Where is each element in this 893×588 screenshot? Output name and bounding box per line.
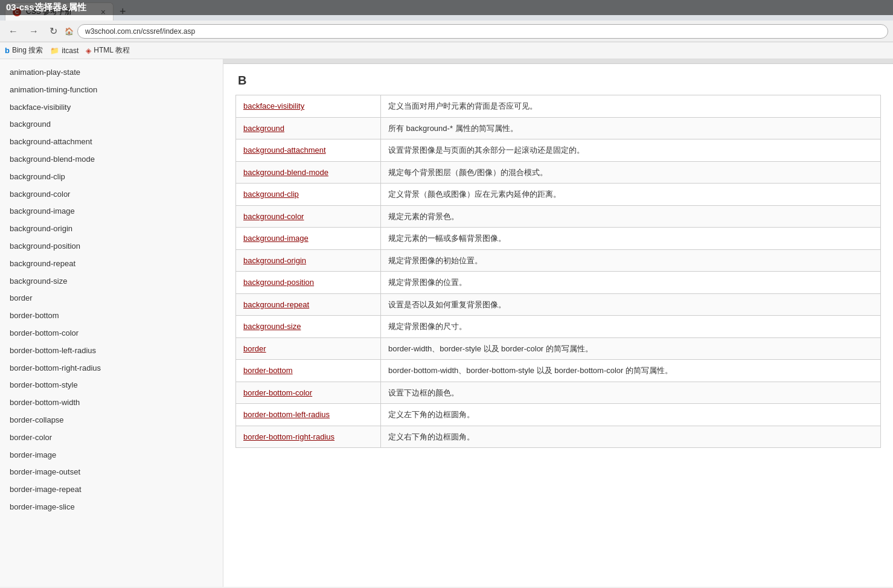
property-link-cell[interactable]: background-origin [236, 249, 381, 272]
property-description: 规定背景图像的位置。 [381, 272, 881, 294]
sidebar-item[interactable]: border-color [0, 429, 223, 447]
reference-table: backface-visibility 定义当面对用户时元素的背面是否应可见。 … [235, 95, 881, 448]
property-link-cell[interactable]: backface-visibility [236, 95, 381, 118]
property-link-cell[interactable]: border-bottom-color [236, 382, 381, 404]
sidebar-item[interactable]: border [0, 290, 223, 307]
content-area: B backface-visibility 定义当面对用户时元素的背面是否应可见… [223, 59, 893, 587]
property-link[interactable]: border-bottom-left-radius [243, 410, 330, 419]
sidebar-item[interactable]: border-image-outset [0, 464, 223, 481]
sidebar-item[interactable]: background-image [0, 203, 223, 220]
property-link[interactable]: border-bottom [243, 366, 293, 375]
bing-icon: b [5, 46, 10, 55]
property-description: 规定元素的背景色。 [381, 205, 881, 228]
table-row: background-image 规定元素的一幅或多幅背景图像。 [236, 228, 881, 250]
section-header: B [235, 74, 881, 88]
sidebar-item[interactable]: border-bottom-color [0, 325, 223, 342]
sidebar-item[interactable]: border-image-slice [0, 499, 223, 516]
bookmark-bing[interactable]: b Bing 搜索 [5, 45, 43, 56]
home-icon: 🏠 [65, 27, 74, 36]
property-description: 设置背景图像是与页面的其余部分一起滚动还是固定的。 [381, 139, 881, 162]
table-row: backface-visibility 定义当面对用户时元素的背面是否应可见。 [236, 95, 881, 118]
property-link-cell[interactable]: background-color [236, 205, 381, 228]
property-description: 设置是否以及如何重复背景图像。 [381, 293, 881, 316]
sidebar-item[interactable]: background-blend-mode [0, 151, 223, 168]
table-row: background-origin 规定背景图像的初始位置。 [236, 249, 881, 272]
sidebar-item[interactable]: border-bottom-style [0, 377, 223, 394]
table-row: background-clip 定义背景（颜色或图像）应在元素内延伸的距离。 [236, 184, 881, 206]
property-link-cell[interactable]: border-bottom-right-radius [236, 426, 381, 448]
property-description: border-bottom-width、border-bottom-style … [381, 360, 881, 382]
property-link[interactable]: backface-visibility [243, 101, 304, 110]
sidebar-item[interactable]: border-image [0, 447, 223, 464]
property-description: 规定元素的一幅或多幅背景图像。 [381, 228, 881, 250]
property-link-cell[interactable]: background-position [236, 272, 381, 294]
table-row: background-attachment 设置背景图像是与页面的其余部分一起滚… [236, 139, 881, 162]
table-row: background-color 规定元素的背景色。 [236, 205, 881, 228]
property-link-cell[interactable]: background-size [236, 316, 381, 338]
property-link[interactable]: background-repeat [243, 300, 309, 309]
sidebar-item[interactable]: border-collapse [0, 412, 223, 429]
sidebar-item[interactable]: background-attachment [0, 133, 223, 151]
sidebar-item[interactable]: background-origin [0, 220, 223, 238]
property-link[interactable]: background-size [243, 322, 301, 331]
property-link[interactable]: background [243, 124, 284, 133]
sidebar-item[interactable]: border-bottom-right-radius [0, 360, 223, 377]
nav-bar: ← → ↻ 🏠 [0, 21, 893, 42]
sidebar-item[interactable]: animation-play-state [0, 64, 223, 81]
tab-bar: 03-css选择器&属性 C CSS 参考手册 × + [0, 0, 893, 21]
property-description: 所有 background-* 属性的简写属性。 [381, 117, 881, 139]
property-link[interactable]: background-clip [243, 190, 299, 199]
property-link[interactable]: border-bottom-color [243, 388, 312, 397]
property-description: 定义右下角的边框圆角。 [381, 426, 881, 448]
sidebar-item[interactable]: backface-visibility [0, 99, 223, 117]
sidebar-item[interactable]: background-size [0, 273, 223, 290]
back-button[interactable]: ← [5, 25, 22, 38]
property-description: 规定背景图像的尺寸。 [381, 316, 881, 338]
sidebar-item[interactable]: background [0, 116, 223, 133]
bookmark-itcast[interactable]: 📁 itcast [50, 46, 78, 55]
property-link[interactable]: background-origin [243, 256, 306, 265]
property-link[interactable]: background-position [243, 278, 314, 287]
property-link-cell[interactable]: background-repeat [236, 293, 381, 316]
property-link-cell[interactable]: background [236, 117, 381, 139]
property-link-cell[interactable]: border-bottom [236, 360, 381, 382]
table-row: background-repeat 设置是否以及如何重复背景图像。 [236, 293, 881, 316]
forward-button[interactable]: → [25, 25, 42, 38]
browser-window: 03-css选择器&属性 C CSS 参考手册 × + ← → ↻ 🏠 b Bi… [0, 0, 893, 587]
table-row: border-bottom-left-radius 定义左下角的边框圆角。 [236, 404, 881, 426]
table-row: background 所有 background-* 属性的简写属性。 [236, 117, 881, 139]
bookmark-html-label: HTML 教程 [94, 45, 130, 56]
property-link-cell[interactable]: background-clip [236, 184, 381, 206]
property-link[interactable]: background-attachment [243, 145, 326, 155]
sidebar-item[interactable]: border-bottom [0, 307, 223, 325]
sidebar-item[interactable]: background-clip [0, 168, 223, 186]
property-link-cell[interactable]: background-blend-mode [236, 161, 381, 184]
table-row: background-position 规定背景图像的位置。 [236, 272, 881, 294]
property-description: 规定每个背景图层（颜色/图像）的混合模式。 [381, 161, 881, 184]
sidebar-item[interactable]: border-bottom-width [0, 394, 223, 412]
property-link[interactable]: border [243, 344, 266, 353]
sidebar-item[interactable]: border-image-repeat [0, 481, 223, 499]
property-description: border-width、border-style 以及 border-colo… [381, 337, 881, 360]
property-link[interactable]: background-blend-mode [243, 168, 328, 177]
property-link[interactable]: background-image [243, 234, 309, 243]
property-link-cell[interactable]: background-image [236, 228, 381, 250]
bookmarks-bar: b Bing 搜索 📁 itcast ◈ HTML 教程 [0, 42, 893, 59]
table-row: border-bottom border-bottom-width、border… [236, 360, 881, 382]
sidebar-item[interactable]: border-bottom-left-radius [0, 342, 223, 360]
property-link[interactable]: background-color [243, 212, 304, 221]
sidebar-item[interactable]: background-color [0, 186, 223, 203]
property-link-cell[interactable]: border-bottom-left-radius [236, 404, 381, 426]
sidebar-item[interactable]: background-position [0, 238, 223, 255]
table-row: background-size 规定背景图像的尺寸。 [236, 316, 881, 338]
property-link-cell[interactable]: border [236, 337, 381, 360]
bookmark-html[interactable]: ◈ HTML 教程 [86, 45, 130, 56]
address-bar[interactable] [77, 24, 888, 39]
property-link-cell[interactable]: background-attachment [236, 139, 381, 162]
property-description: 定义当面对用户时元素的背面是否应可见。 [381, 95, 881, 118]
sidebar-item[interactable]: animation-timing-function [0, 81, 223, 99]
sidebar-item[interactable]: background-repeat [0, 255, 223, 273]
table-row: border-bottom-color 设置下边框的颜色。 [236, 382, 881, 404]
refresh-button[interactable]: ↻ [46, 24, 61, 38]
property-link[interactable]: border-bottom-right-radius [243, 432, 334, 441]
